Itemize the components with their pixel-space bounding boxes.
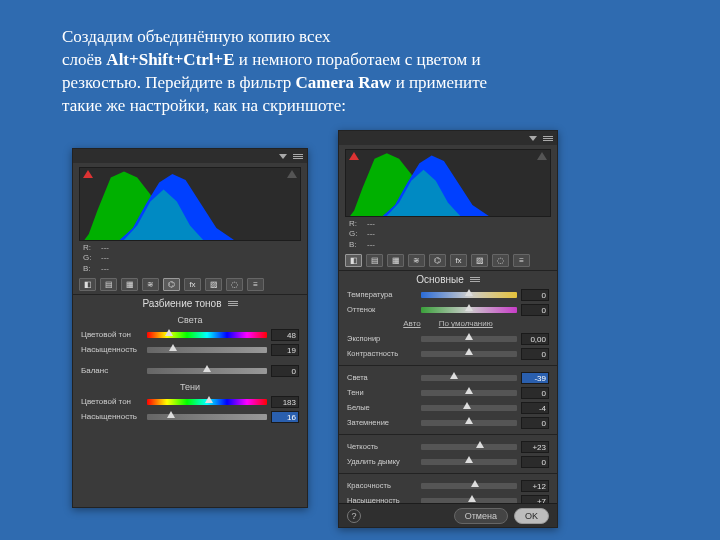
exposure-slider[interactable]: Экспонир 0,00 [339, 331, 557, 346]
clarity-slider[interactable]: Четкость +23 [339, 439, 557, 454]
highlights-slider[interactable]: Света -39 [339, 370, 557, 385]
tab-calibration-icon[interactable]: ◌ [226, 278, 243, 291]
shadows-slider[interactable]: Тени 0 [339, 385, 557, 400]
tab-curve-icon[interactable]: ▤ [366, 254, 383, 267]
tab-presets-icon[interactable]: ≡ [247, 278, 264, 291]
panel-titlebar [339, 131, 557, 145]
balance-slider[interactable]: Баланс 0 [73, 363, 307, 378]
section-menu-icon[interactable] [228, 301, 238, 306]
panel-titlebar [73, 149, 307, 163]
section-title: Основные [339, 271, 557, 287]
histogram [345, 149, 551, 217]
panel-menu-icon[interactable] [543, 136, 553, 141]
tint-slider[interactable]: Оттенок 0 [339, 302, 557, 317]
tab-detail-icon[interactable]: ▦ [387, 254, 404, 267]
tab-fx-icon[interactable]: fx [184, 278, 201, 291]
default-link[interactable]: По умолчанию [439, 319, 493, 328]
cancel-button[interactable]: Отмена [454, 508, 508, 524]
saturation-highlights-slider[interactable]: Насыщенность 19 [73, 342, 307, 357]
panel-dropdown-icon[interactable] [279, 154, 287, 159]
whites-slider[interactable]: Белые -4 [339, 400, 557, 415]
hue-highlights-value[interactable]: 48 [271, 329, 299, 341]
saturation-shadows-slider[interactable]: Насыщенность 16 [73, 409, 307, 424]
auto-default-row: Авто По умолчанию [339, 317, 557, 331]
tab-hsl-icon[interactable]: ≋ [408, 254, 425, 267]
hue-shadows-value[interactable]: 183 [271, 396, 299, 408]
tab-strip: ◧ ▤ ▦ ≋ ⌬ fx ▨ ◌ ≡ [339, 254, 557, 271]
instruction-text: Создадим объединённую копию всех слоёв A… [62, 26, 662, 118]
hue-shadows-slider[interactable]: Цветовой тон 183 [73, 394, 307, 409]
vibrance-slider[interactable]: Красочность +12 [339, 478, 557, 493]
temperature-slider[interactable]: Температура 0 [339, 287, 557, 302]
panel-dropdown-icon[interactable] [529, 136, 537, 141]
tab-curve-icon[interactable]: ▤ [100, 278, 117, 291]
tab-lens-icon[interactable]: ▨ [471, 254, 488, 267]
dehaze-slider[interactable]: Удалить дымку 0 [339, 454, 557, 469]
tab-detail-icon[interactable]: ▦ [121, 278, 138, 291]
auto-link[interactable]: Авто [403, 319, 420, 328]
group-shadows-label: Тени [73, 378, 307, 394]
help-icon[interactable]: ? [347, 509, 361, 523]
tab-presets-icon[interactable]: ≡ [513, 254, 530, 267]
tab-hsl-icon[interactable]: ≋ [142, 278, 159, 291]
blacks-slider[interactable]: Затемнение 0 [339, 415, 557, 430]
histogram-plot [80, 168, 300, 240]
rgb-readout: R:--- G:--- B:--- [83, 243, 297, 274]
tab-split-toning-icon[interactable]: ⌬ [163, 278, 180, 291]
tab-lens-icon[interactable]: ▨ [205, 278, 222, 291]
group-highlights-label: Света [73, 311, 307, 327]
tab-basic-icon[interactable]: ◧ [345, 254, 362, 267]
histogram [79, 167, 301, 241]
tab-basic-icon[interactable]: ◧ [79, 278, 96, 291]
contrast-slider[interactable]: Контрастность 0 [339, 346, 557, 361]
tab-strip: ◧ ▤ ▦ ≋ ⌬ fx ▨ ◌ ≡ [73, 278, 307, 295]
tab-split-toning-icon[interactable]: ⌬ [429, 254, 446, 267]
basic-panel: R:--- G:--- B:--- ◧ ▤ ▦ ≋ ⌬ fx ▨ ◌ ≡ Осн… [338, 130, 558, 528]
tab-calibration-icon[interactable]: ◌ [492, 254, 509, 267]
panel-menu-icon[interactable] [293, 154, 303, 159]
saturation-shadows-value[interactable]: 16 [271, 411, 299, 423]
histogram-plot [346, 150, 550, 216]
split-toning-panel: R:--- G:--- B:--- ◧ ▤ ▦ ≋ ⌬ fx ▨ ◌ ≡ Раз… [72, 148, 308, 508]
dialog-footer: ? Отмена OK [339, 503, 557, 527]
section-menu-icon[interactable] [470, 277, 480, 282]
section-title: Разбиение тонов [73, 295, 307, 311]
ok-button[interactable]: OK [514, 508, 549, 524]
saturation-highlights-value[interactable]: 19 [271, 344, 299, 356]
hue-highlights-slider[interactable]: Цветовой тон 48 [73, 327, 307, 342]
balance-value[interactable]: 0 [271, 365, 299, 377]
rgb-readout: R:--- G:--- B:--- [349, 219, 547, 250]
tab-fx-icon[interactable]: fx [450, 254, 467, 267]
